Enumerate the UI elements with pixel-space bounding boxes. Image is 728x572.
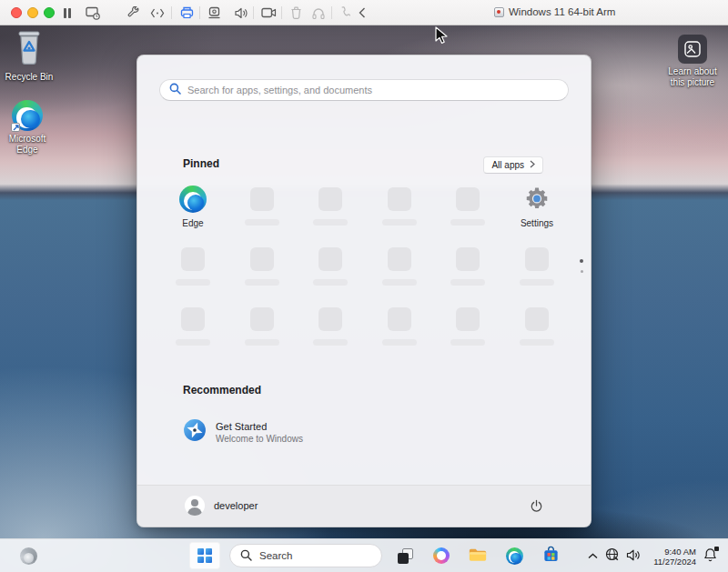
window-title-group: Windows 11 64-bit Arm [494,6,615,17]
printer-icon[interactable] [178,5,195,21]
pinned-row-2 [167,246,562,286]
pinned-app-placeholder [442,186,493,228]
recommended-item-title: Get Started [216,421,303,432]
pinned-row-1: Edge Settings [167,186,562,228]
pinned-app-placeholder [511,306,562,346]
zoom-window-button[interactable] [44,7,55,18]
task-view-icon [398,548,413,564]
desktop-icon-microsoft-edge[interactable]: Microsoft Edge [0,100,60,156]
close-window-button[interactable] [11,7,22,18]
pinned-app-placeholder [374,246,425,286]
start-menu-footer: developer [137,485,591,527]
code-brackets-icon[interactable] [149,5,166,21]
volume-button[interactable] [622,543,644,569]
window-title: Windows 11 64-bit Arm [509,6,615,17]
start-menu: Pinned All apps Edge [136,55,592,527]
widgets-button[interactable] [13,543,44,569]
headphones-icon[interactable] [310,5,327,21]
microsoft-store-button[interactable] [537,542,564,569]
pinned-app-placeholder [305,246,356,286]
user-avatar [185,496,205,516]
edge-button[interactable] [500,542,528,569]
copilot-button[interactable] [428,542,455,569]
desktop-icon-label: Recycle Bin [5,72,54,83]
toolbar-separator [199,6,200,19]
notification-bell-icon [703,547,717,566]
all-apps-label: All apps [491,160,524,170]
pinned-app-placeholder [237,186,288,228]
vm-window: Windows 11 64-bit Arm Recycle Bin [0,0,728,572]
phone-icon[interactable] [337,5,353,21]
taskbar-search[interactable]: Search [229,544,382,567]
edge-icon [506,547,523,565]
picture-info-icon [678,35,707,64]
pinned-section-title: Pinned [183,157,219,170]
power-button[interactable] [523,493,549,518]
wrench-icon[interactable] [126,5,142,21]
folder-icon [469,547,487,566]
pinned-app-placeholder [374,306,425,346]
desktop-icon-label: Learn about this picture [663,66,722,88]
pinned-app-label: Settings [521,218,553,228]
desktop-icon-label: Microsoft Edge [0,134,56,156]
pinned-app-placeholder [167,306,218,346]
tray-time: 9:40 AM [653,547,696,557]
usb-device-icon[interactable] [206,5,222,21]
collapse-toolbar-icon[interactable] [354,5,370,21]
recommended-item-get-started[interactable]: Get Started Welcome to Windows [177,412,378,452]
toolbar-separator [253,6,254,19]
toolbar-separator [331,6,332,19]
taskbar: Search [0,538,728,572]
task-view-button[interactable] [391,542,419,569]
get-started-icon [183,418,207,446]
mouse-cursor [435,26,450,50]
pinned-app-placeholder [167,246,218,286]
start-search-box[interactable] [159,79,569,101]
clock-button[interactable]: 9:40 AM 11/27/2024 [644,543,700,569]
pinned-app-placeholder [237,246,288,286]
shortcut-arrow-icon [11,123,20,132]
camera-icon[interactable] [260,5,277,21]
tray-date: 11/27/2024 [653,557,696,567]
desktop: Recycle Bin Microsoft Edge Learn about t… [0,25,728,572]
vm-app-icon [494,7,504,17]
snapshots-icon[interactable] [85,5,101,21]
sound-icon[interactable] [232,5,248,21]
recycle-bin-icon [13,29,46,69]
windows-logo-icon [197,548,212,563]
notifications-button[interactable] [700,543,721,569]
taskbar-center: Search [189,542,564,569]
pinned-app-placeholder [374,186,425,228]
desktop-icon-learn-about-picture[interactable]: Learn about this picture [660,35,725,88]
minimize-window-button[interactable] [27,7,38,18]
widgets-icon [20,547,37,565]
tray-chevron-button[interactable] [584,543,602,569]
pinned-app-placeholder [442,306,493,346]
titlebar: Windows 11 64-bit Arm [0,0,728,25]
copilot-icon [433,547,450,564]
pause-icon[interactable] [59,5,76,21]
recommended-item-subtitle: Welcome to Windows [216,434,303,444]
pinned-app-placeholder [305,306,356,346]
file-explorer-button[interactable] [464,542,491,569]
pinned-app-placeholder [442,246,493,286]
pinned-app-placeholder [237,306,288,346]
start-button[interactable] [189,542,220,569]
pinned-row-3 [167,306,562,346]
globe-no-internet-icon [605,547,619,565]
pinned-app-label: Edge [182,218,203,228]
recommended-section-title: Recommended [183,384,261,396]
pinned-app-edge[interactable]: Edge [167,186,218,228]
search-icon [240,549,252,563]
network-button[interactable] [602,543,622,569]
username: developer [214,500,258,511]
removable-disk-icon[interactable] [288,5,304,21]
search-input[interactable] [187,85,559,95]
user-profile-button[interactable]: developer [185,496,258,516]
all-apps-button[interactable]: All apps [483,156,543,174]
pinned-app-settings[interactable]: Settings [511,186,562,228]
system-tray: 9:40 AM 11/27/2024 [584,539,728,572]
start-pagination-dots[interactable] [580,259,583,273]
desktop-icon-recycle-bin[interactable]: Recycle Bin [0,29,62,83]
chevron-up-icon [588,553,598,559]
